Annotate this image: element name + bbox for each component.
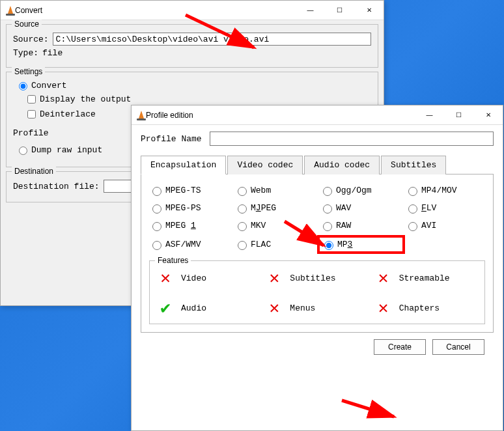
deinterlace-input[interactable] [27, 110, 36, 118]
minimize-button[interactable]: — [296, 1, 325, 20]
display-output-input[interactable] [27, 95, 36, 104]
vlc-cone-icon [6, 6, 15, 15]
source-input[interactable] [53, 33, 371, 46]
opt-mp4[interactable]: MP4/MOV [405, 185, 485, 196]
profile-title: Profile edition [146, 111, 415, 120]
feature-audio: ✔Audio [156, 299, 260, 317]
feature-streamable: ✕Streamable [374, 269, 478, 287]
profile-titlebar: Profile edition — ☐ ✕ [132, 105, 503, 125]
cross-icon: ✕ [374, 269, 393, 287]
feature-subtitles: ✕Subtitles [265, 269, 369, 287]
cancel-button[interactable]: Cancel [432, 339, 484, 355]
vlc-cone-icon [137, 111, 146, 120]
create-button[interactable]: Create [374, 339, 426, 355]
type-value: file [42, 48, 63, 58]
feature-menus: ✕Menus [265, 299, 369, 317]
desktop-background [0, 311, 131, 431]
profile-name-input[interactable] [210, 132, 494, 146]
settings-group-title: Settings [12, 67, 45, 76]
tab-encapsulation[interactable]: Encapsulation [141, 156, 226, 174]
opt-mkv[interactable]: MKV [234, 220, 315, 231]
dump-raw-input[interactable] [19, 146, 27, 155]
opt-mp3[interactable]: MP3 [317, 235, 405, 254]
cross-icon: ✕ [265, 269, 283, 287]
opt-wav[interactable]: WAV [320, 202, 400, 214]
opt-webm[interactable]: Webm [234, 185, 315, 196]
opt-ogg[interactable]: Ogg/Ogm [320, 185, 400, 196]
tab-audio-codec[interactable]: Audio codec [304, 156, 380, 174]
display-output-checkbox[interactable]: Display the output [25, 93, 371, 105]
cross-icon: ✕ [374, 299, 393, 317]
profile-window: Profile edition — ☐ ✕ Profile Name Encap… [131, 105, 503, 431]
opt-mjpeg[interactable]: MJPEG [234, 202, 315, 214]
source-group-title: Source [12, 20, 42, 29]
convert-title: Convert [15, 6, 296, 15]
destination-label: Destination file: [13, 182, 100, 191]
tabs: Encapsulation Video codec Audio codec Su… [141, 155, 494, 174]
convert-titlebar: Convert — ☐ ✕ [1, 1, 384, 20]
opt-mpeg-ps[interactable]: MPEG-PS [149, 202, 229, 214]
opt-flv[interactable]: FLV [405, 202, 485, 214]
convert-radio-input[interactable] [19, 82, 27, 90]
features-group: Features ✕Video ✕Subtitles ✕Streamable ✔… [149, 260, 485, 324]
maximize-button[interactable]: ☐ [444, 105, 473, 125]
opt-raw[interactable]: RAW [320, 220, 400, 231]
tab-content: MPEG-TS Webm Ogg/Ogm MP4/MOV MPEG-PS MJP… [141, 174, 494, 333]
opt-asf[interactable]: ASF/WMV [149, 238, 229, 251]
close-button[interactable]: ✕ [473, 105, 503, 125]
convert-radio[interactable]: Convert [16, 80, 371, 90]
destination-group-title: Destination [12, 167, 56, 176]
features-title: Features [155, 256, 191, 265]
opt-mpeg-ts[interactable]: MPEG-TS [149, 185, 229, 196]
source-label: Source: [13, 35, 49, 44]
cross-icon: ✕ [265, 299, 283, 317]
source-group: Source Source: Type: file [6, 24, 378, 68]
profile-name-label: Profile Name [141, 134, 206, 144]
opt-flac[interactable]: FLAC [234, 238, 315, 251]
close-button[interactable]: ✕ [354, 1, 384, 20]
opt-mpeg-1[interactable]: MPEG 1 [149, 220, 229, 231]
maximize-button[interactable]: ☐ [325, 1, 354, 20]
type-label: Type: [13, 48, 38, 58]
feature-video: ✕Video [156, 269, 260, 287]
minimize-button[interactable]: — [415, 105, 444, 125]
tab-subtitles[interactable]: Subtitles [381, 156, 446, 174]
feature-chapters: ✕Chapters [374, 299, 478, 317]
cross-icon: ✕ [156, 269, 175, 287]
tab-video-codec[interactable]: Video codec [227, 156, 303, 174]
check-icon: ✔ [156, 299, 175, 317]
opt-avi[interactable]: AVI [405, 220, 485, 231]
